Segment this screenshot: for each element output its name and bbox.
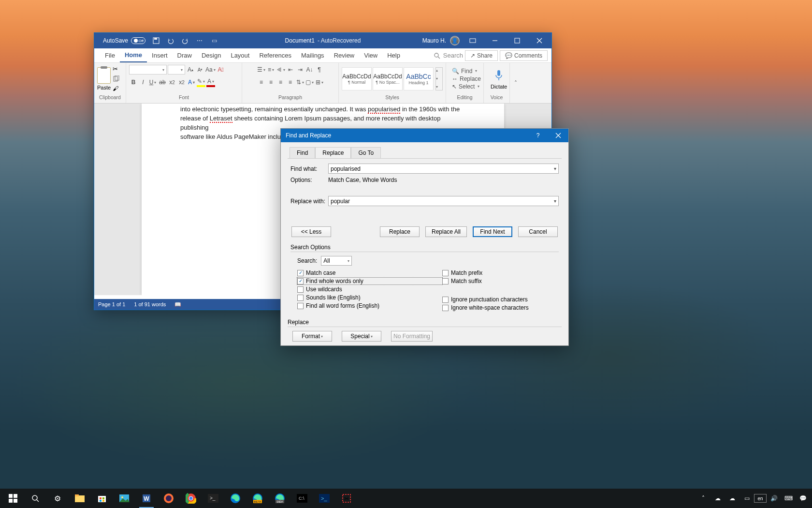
decrease-indent-icon[interactable]: ⇤ — [286, 65, 295, 75]
replace-with-input[interactable]: popular▾ — [328, 196, 559, 206]
styles-scroller[interactable]: ▴▾▾ — [435, 67, 443, 90]
superscript-icon[interactable]: x2 — [177, 77, 186, 87]
powershell-icon[interactable]: >_ — [313, 489, 335, 508]
language-icon[interactable]: en — [754, 494, 767, 503]
undo-icon[interactable] — [167, 37, 174, 45]
sort-icon[interactable]: A↓ — [305, 65, 314, 75]
ribbon-display-icon[interactable] — [464, 33, 482, 48]
word-icon[interactable]: W — [135, 489, 158, 508]
tab-draw[interactable]: Draw — [173, 48, 197, 62]
tell-me-search[interactable]: Search — [434, 52, 463, 59]
minimize-icon[interactable] — [486, 33, 504, 48]
show-marks-icon[interactable]: ¶ — [315, 65, 324, 75]
numbering-icon[interactable]: ≡▾ — [267, 65, 276, 75]
shading-icon[interactable]: ▢▾ — [305, 77, 314, 87]
special-button[interactable]: Special ▾ — [342, 331, 381, 342]
chk-ignore-whitespace[interactable]: Ignore white-space characters — [442, 304, 529, 311]
style-no-spacing[interactable]: AaBbCcDd¶ No Spac... — [373, 67, 403, 90]
font-color-icon[interactable]: A▾ — [206, 77, 215, 87]
justify-icon[interactable]: ≡ — [286, 77, 295, 87]
shrink-font-icon[interactable]: A▾ — [196, 65, 204, 75]
tab-goto[interactable]: Go To — [351, 147, 381, 158]
italic-icon[interactable]: I — [139, 77, 147, 87]
select-button[interactable]: ↖Select▾ — [452, 83, 481, 90]
edge-dev-icon[interactable]: DEV — [269, 489, 291, 508]
chk-word-forms[interactable]: Find all word forms (English) — [297, 302, 442, 309]
increase-indent-icon[interactable]: ⇥ — [296, 65, 304, 75]
chk-ignore-punct[interactable]: Ignore punctuation characters — [442, 296, 529, 303]
snip-icon[interactable]: ✂ — [335, 489, 358, 508]
volume-icon[interactable]: 🔊 — [767, 489, 781, 508]
chrome-icon[interactable] — [180, 489, 202, 508]
spellcheck-icon[interactable]: 📖 — [174, 301, 181, 308]
tray-expand-icon[interactable]: ˄ — [696, 489, 710, 508]
chk-whole-words[interactable]: Find whole words only — [297, 278, 442, 284]
paste-button[interactable]: Paste — [97, 67, 111, 90]
close-icon[interactable] — [530, 33, 549, 48]
format-button[interactable]: Format ▾ — [292, 331, 332, 342]
edge-beta-icon[interactable]: BETA — [246, 489, 269, 508]
underline-icon[interactable]: U▾ — [148, 77, 157, 87]
page-indicator[interactable]: Page 1 of 1 — [98, 301, 125, 307]
tab-insert[interactable]: Insert — [147, 48, 173, 62]
virtual-desktop-icon[interactable]: ▭ — [740, 489, 754, 508]
customize-icon[interactable]: ⋯ — [196, 37, 203, 45]
chevron-down-icon[interactable]: ▾ — [554, 198, 556, 204]
clear-formatting-icon[interactable]: A⃠ — [217, 65, 225, 75]
find-next-button[interactable]: Find Next — [473, 226, 512, 237]
tab-references[interactable]: References — [254, 48, 296, 62]
borders-icon[interactable]: ⊞▾ — [315, 77, 324, 87]
terminal-icon[interactable]: >_ — [202, 489, 224, 508]
replace-all-button[interactable]: Replace All — [425, 226, 467, 237]
tab-review[interactable]: Review — [329, 48, 360, 62]
tab-file[interactable]: File — [100, 48, 120, 62]
search-icon[interactable] — [24, 489, 46, 508]
settings-icon[interactable]: ⚙ — [46, 489, 69, 508]
tab-home[interactable]: Home — [120, 48, 147, 62]
change-case-icon[interactable]: Aa▾ — [205, 65, 216, 75]
collapse-ribbon-icon[interactable]: ˄ — [510, 63, 522, 103]
replace-button[interactable]: ↔Replace — [452, 75, 481, 82]
share-button[interactable]: ↗ Share — [465, 50, 498, 61]
font-size-input[interactable]: ▾ — [168, 65, 185, 75]
tab-view[interactable]: View — [359, 48, 382, 62]
align-left-icon[interactable]: ≡ — [257, 77, 266, 87]
styles-gallery[interactable]: AaBbCcDd¶ Normal AaBbCcDd¶ No Spac... Aa… — [342, 67, 434, 90]
onedrive2-icon[interactable]: ☁ — [725, 489, 740, 508]
replace-button[interactable]: Replace — [380, 226, 420, 237]
tab-find[interactable]: Find — [290, 147, 315, 158]
user-avatar-icon[interactable]: 👤 — [450, 36, 460, 45]
tab-design[interactable]: Design — [197, 48, 226, 62]
chk-match-prefix[interactable]: Match prefix — [442, 269, 529, 276]
style-heading1[interactable]: AaBbCcHeading 1 — [404, 67, 434, 90]
font-name-input[interactable]: ▾ — [129, 65, 167, 75]
bullets-icon[interactable]: ☰▾ — [257, 65, 266, 75]
cmd-icon[interactable]: C:\ — [291, 489, 313, 508]
dialog-title-bar[interactable]: Find and Replace ? — [281, 129, 568, 142]
file-explorer-icon[interactable] — [69, 489, 91, 508]
onedrive-icon[interactable]: ☁ — [710, 489, 725, 508]
chk-wildcards[interactable]: Use wildcards — [297, 286, 442, 293]
word-count[interactable]: 1 of 91 words — [134, 301, 166, 307]
search-direction-select[interactable]: All▾ — [321, 256, 352, 266]
cut-icon[interactable]: ✂ — [113, 65, 119, 73]
dialog-close-icon[interactable] — [548, 129, 568, 142]
chk-match-case[interactable]: Match case — [297, 269, 442, 276]
copy-icon[interactable] — [113, 75, 119, 82]
tab-layout[interactable]: Layout — [226, 48, 254, 62]
no-formatting-button[interactable]: No Formatting — [391, 331, 433, 342]
save-icon[interactable] — [152, 37, 160, 45]
strikethrough-icon[interactable]: ab — [158, 77, 167, 87]
chk-match-suffix[interactable]: Match suffix — [442, 278, 529, 284]
subscript-icon[interactable]: x2 — [168, 77, 176, 87]
touch-mode-icon[interactable]: ▭ — [210, 37, 218, 45]
maximize-icon[interactable] — [508, 33, 526, 48]
keyboard-icon[interactable]: ⌨ — [781, 489, 796, 508]
highlight-icon[interactable]: ✎▾ — [197, 77, 205, 87]
chevron-down-icon[interactable]: ▾ — [554, 166, 556, 171]
style-normal[interactable]: AaBbCcDd¶ Normal — [342, 67, 372, 90]
grow-font-icon[interactable]: A▴ — [186, 65, 195, 75]
line-spacing-icon[interactable]: ⇅▾ — [296, 77, 304, 87]
dictate-button[interactable]: Dictate — [487, 68, 511, 90]
multilevel-icon[interactable]: ⫷▾ — [276, 65, 285, 75]
